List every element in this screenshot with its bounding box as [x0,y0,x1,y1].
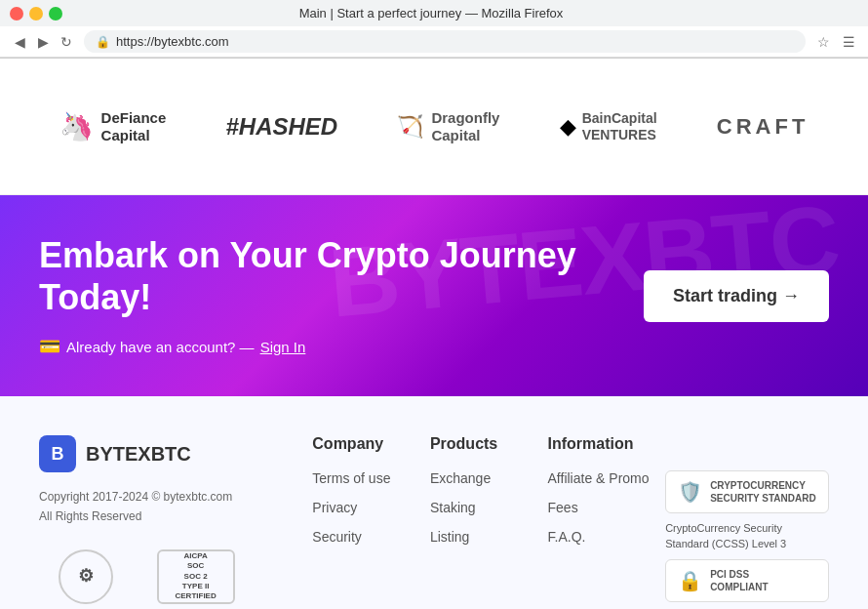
back-button[interactable]: ◀ [10,32,29,52]
pci-icon: 🔒 [678,569,702,592]
hero-banner: BYTEXBTC Embark on Your Crypto Journey T… [0,195,868,396]
hero-signin: 💳 Already have an account? — Sign In [39,336,644,357]
pci-badge: 🔒 PCI DSSCOMPLIANT [665,559,829,602]
nav-right-icons[interactable]: ☆ ☰ [813,32,858,52]
hero-title: Embark on Your Crypto Journey Today! [39,234,644,318]
footer: B BYTEXBTC Copyright 2017-2024 © bytexbt… [0,396,868,609]
hero-left: Embark on Your Crypto Journey Today! 💳 A… [39,234,644,357]
footer-col-company: Company Terms of use Privacy Security [312,435,429,609]
company-col-title: Company [312,435,429,453]
pci-text: PCI DSSCOMPLIANT [710,568,768,593]
badge-container: 🛡️ CRYPTOCURRENCYSECURITY STANDARD Crypt… [665,470,829,609]
cert-iso: ⚙ ISO 27001 Certified [39,549,134,609]
sponsor-dragonfly: 🏹 DragonflyCapital [397,98,499,156]
iso-badge: ⚙ [59,549,113,604]
sponsor-hashed: #HASHED [226,98,338,156]
menu-icon[interactable]: ☰ [839,32,858,52]
fees-link[interactable]: Fees [548,500,665,515]
bookmark-icon[interactable]: ☆ [813,32,833,52]
address-bar[interactable]: 🔒 https://bytexbtc.com [84,30,806,53]
bain-name: BainCapitalVENTURES [582,110,657,143]
footer-col-information: Information Affiliate & Promo Fees F.A.Q… [548,435,665,609]
sponsors-bar: 🦄 DeFianceCapital #HASHED 🏹 DragonflyCap… [0,59,868,195]
signin-link[interactable]: Sign In [260,339,306,355]
products-col-title: Products [430,435,547,453]
copyright-line1: Copyright 2017-2024 © bytexbtc.com [39,488,293,507]
cert-soc: AICPASOCSOC 2TYPE IICERTIFIED SOC 2 [157,549,235,609]
dragonfly-name: DragonflyCapital [431,109,499,144]
browser-chrome: Main | Start a perfect journey — Mozilla… [0,0,868,59]
footer-brand-name: BYTEXBTC [86,443,191,466]
defiance-icon: 🦄 [59,110,94,142]
craft-name: CRAFT [717,114,809,140]
hashed-name: #HASHED [226,113,338,141]
footer-brand: B BYTEXBTC [39,435,293,472]
maximize-window-button[interactable] [49,7,62,20]
footer-copyright: Copyright 2017-2024 © bytexbtc.com All R… [39,488,293,525]
staking-link[interactable]: Staking [430,500,547,515]
ccss-desc: CryptoCurrency SecurityStandard (CCSS) L… [665,521,829,551]
start-trading-button[interactable]: Start trading → [644,270,829,322]
privacy-link[interactable]: Privacy [312,500,429,515]
nav-icons[interactable]: ◀ ▶ ↻ [10,32,76,52]
shield-icon: 🛡️ [678,480,702,504]
exchange-link[interactable]: Exchange [430,470,547,486]
bain-icon: ◆ [560,114,576,140]
products-col-links: Exchange Staking Listing [430,470,547,545]
signin-text: Already have an account? — [66,339,255,355]
wallet-icon: 💳 [39,336,60,357]
company-col-links: Terms of use Privacy Security [312,470,429,545]
close-window-button[interactable] [10,7,23,20]
faq-link[interactable]: F.A.Q. [548,529,665,545]
footer-col-products: Products Exchange Staking Listing [430,435,547,609]
browser-title: Main | Start a perfect journey — Mozilla… [70,6,792,20]
hero-right: Start trading → [644,270,829,322]
terms-link[interactable]: Terms of use [312,470,429,486]
sponsor-craft: CRAFT [717,98,809,156]
ccss-badge: 🛡️ CRYPTOCURRENCYSECURITY STANDARD [665,470,829,513]
listing-link[interactable]: Listing [430,529,547,545]
security-link[interactable]: Security [312,529,429,545]
information-col-links: Affiliate & Promo Fees F.A.Q. [548,470,665,545]
minimize-window-button[interactable] [29,7,43,20]
lock-icon: 🔒 [96,35,110,49]
defiance-name: DeFianceCapital [101,109,167,144]
footer-col-badges: 🛡️ CRYPTOCURRENCYSECURITY STANDARD Crypt… [665,435,829,609]
footer-left: B BYTEXBTC Copyright 2017-2024 © bytexbt… [39,435,293,609]
footer-right: Company Terms of use Privacy Security Pr… [312,435,829,609]
sponsor-bain: ◆ BainCapitalVENTURES [560,98,657,156]
sponsor-defiance: 🦄 DeFianceCapital [59,98,167,156]
copyright-line2: All Rights Reserved [39,508,293,526]
reload-button[interactable]: ↻ [57,32,76,52]
forward-button[interactable]: ▶ [33,32,53,52]
affiliate-link[interactable]: Affiliate & Promo [548,470,665,486]
title-bar: Main | Start a perfect journey — Mozilla… [0,0,868,26]
footer-logo-icon: B [39,435,76,472]
dragonfly-icon: 🏹 [397,114,423,140]
information-col-title: Information [548,435,665,453]
url-text: https://bytexbtc.com [116,34,229,49]
navigation-bar: ◀ ▶ ↻ 🔒 https://bytexbtc.com ☆ ☰ [0,26,868,58]
ccss-text: CRYPTOCURRENCYSECURITY STANDARD [710,479,816,505]
footer-certs: ⚙ ISO 27001 Certified AICPASOCSOC 2TYPE … [39,549,293,609]
window-controls[interactable] [10,7,62,20]
soc-badge: AICPASOCSOC 2TYPE IICERTIFIED [157,549,235,604]
